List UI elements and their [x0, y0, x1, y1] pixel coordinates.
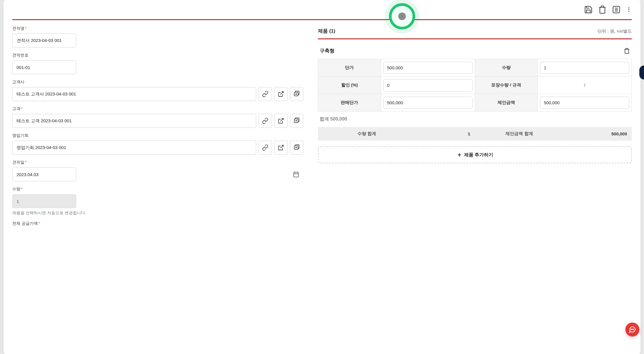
svg-point-26: [632, 329, 633, 330]
form-column: 견적명* 견적번호 고객사: [12, 26, 303, 231]
opportunity-input[interactable]: [12, 141, 256, 155]
products-column: 제품 (1) 단위 : 원, vat별도 구축형 단가 수량: [318, 26, 632, 231]
summary-table: 수량 합계 1 제안금액 합계 500,000: [318, 127, 632, 141]
link-icon[interactable]: [259, 141, 272, 155]
amount-total-label: 제안금액 합계: [475, 127, 538, 141]
quote-number-label: 견적번호: [12, 53, 303, 58]
discount-label: 할인 (%): [318, 77, 381, 94]
svg-point-25: [631, 329, 631, 330]
link-icon[interactable]: [259, 114, 272, 128]
proposal-amount-input[interactable]: [540, 97, 629, 109]
discount-input[interactable]: [383, 79, 473, 91]
record-dot-icon: [398, 13, 406, 20]
side-tab[interactable]: [639, 66, 644, 79]
add-product-button[interactable]: 제품 추가하기: [318, 146, 632, 163]
client-contact-input[interactable]: [12, 114, 256, 128]
quote-date-input[interactable]: [12, 167, 76, 181]
calendar-icon[interactable]: [293, 171, 299, 178]
chat-fab[interactable]: [625, 323, 639, 337]
add-new-icon[interactable]: [290, 87, 303, 101]
svg-line-7: [280, 92, 283, 95]
add-new-icon[interactable]: [290, 141, 303, 155]
client-company-input[interactable]: [12, 87, 256, 101]
open-external-icon[interactable]: [274, 87, 288, 101]
client-contact-label: 고객*: [12, 106, 303, 111]
opportunity-label: 영업기회: [12, 133, 303, 138]
table-row: 할인 (%) 포장수량 / 규격 /: [318, 77, 632, 94]
recording-indicator: [389, 3, 415, 29]
proposal-amount-label: 제안금액: [475, 94, 537, 111]
total-supply-label: 전체 공급가액*: [12, 221, 303, 226]
client-company-label: 고객사: [12, 79, 303, 85]
remove-product-icon[interactable]: [624, 48, 630, 54]
svg-point-5: [628, 9, 629, 10]
more-icon[interactable]: [626, 5, 632, 14]
delete-icon[interactable]: [598, 5, 607, 14]
unit-price-label: 단가: [318, 59, 381, 77]
qty-input[interactable]: [540, 62, 629, 74]
package-spec-label: 포장수량 / 규격: [475, 77, 537, 94]
qty-total-value: 1: [381, 127, 475, 141]
unit-price-input[interactable]: [383, 62, 473, 74]
svg-point-27: [633, 329, 634, 330]
open-external-icon[interactable]: [274, 141, 288, 155]
svg-point-4: [628, 7, 629, 8]
quantity-label: 수량*: [12, 187, 303, 192]
qty-total-label: 수량 합계: [318, 127, 381, 141]
svg-rect-19: [294, 172, 299, 177]
chat-icon: [629, 326, 636, 333]
quantity-hint: 제품을 선택하시면 자동으로 변경됩니다.: [12, 210, 303, 216]
amount-total-value: 500,000: [538, 127, 632, 141]
subtotal-text: 합계 500,000: [318, 111, 632, 127]
sale-price-input[interactable]: [383, 97, 473, 109]
sale-price-label: 판매단가: [318, 94, 381, 111]
quantity-input: [12, 194, 76, 208]
qty-label: 수량: [475, 59, 537, 77]
open-external-icon[interactable]: [274, 114, 288, 128]
plus-icon: [457, 152, 462, 158]
svg-line-11: [280, 118, 283, 121]
quote-name-input[interactable]: [12, 33, 76, 47]
link-icon[interactable]: [259, 87, 272, 101]
package-spec-value: /: [540, 83, 629, 88]
svg-line-15: [280, 145, 283, 148]
quote-number-input[interactable]: [12, 60, 76, 74]
products-unit: 단위 : 원, vat별도: [597, 29, 632, 34]
add-product-label: 제품 추가하기: [464, 152, 493, 158]
quote-date-label: 견적일*: [12, 160, 303, 165]
product-table: 단가 수량 할인 (%) 포장수량 / 규격 / 판매단가 제안: [318, 59, 632, 111]
save-icon[interactable]: [584, 5, 593, 14]
product-item-name: 구축형: [320, 47, 335, 54]
svg-point-6: [628, 11, 629, 12]
quote-name-label: 견적명*: [12, 26, 303, 31]
table-row: 단가 수량: [318, 59, 632, 77]
table-row: 판매단가 제안금액: [318, 94, 632, 111]
toolbar: [12, 3, 632, 20]
list-icon[interactable]: [612, 5, 621, 14]
add-new-icon[interactable]: [290, 114, 303, 128]
products-title: 제품 (1): [318, 28, 335, 34]
